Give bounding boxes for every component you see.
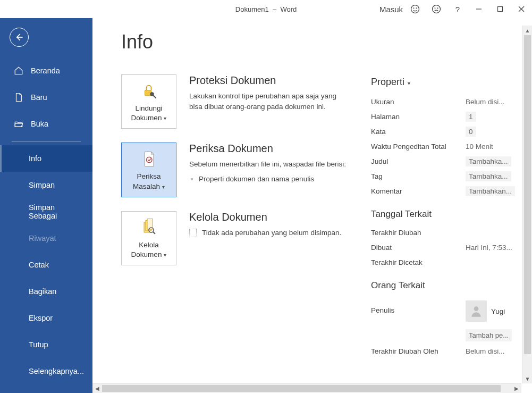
prop-tag: TagTambahka... xyxy=(371,169,521,183)
prop-title: JudulTambahka... xyxy=(371,154,521,169)
svg-point-0 xyxy=(411,5,419,13)
nav-more[interactable]: Selengkapnya... xyxy=(0,358,92,384)
svg-point-1 xyxy=(413,8,414,9)
nav-share[interactable]: Bagikan xyxy=(0,278,92,305)
svg-point-2 xyxy=(416,8,417,9)
scroll-right-icon[interactable]: ▶ xyxy=(512,384,521,393)
inspect-body: Sebelum menerbitkan file ini, waspadai f… xyxy=(189,159,350,170)
feedback-happy-icon[interactable] xyxy=(404,0,426,18)
scroll-up-icon[interactable]: ▲ xyxy=(523,26,532,35)
avatar xyxy=(466,300,487,322)
people-heading: Orang Terkait xyxy=(371,280,521,291)
help-icon[interactable]: ? xyxy=(447,0,468,18)
properties-panel: Properti UkuranBelum disi... Halaman1 Ka… xyxy=(371,74,521,358)
backstage-sidebar: Beranda Baru Buka Info Simpan Simpan Seb… xyxy=(0,18,92,393)
scroll-left-icon[interactable]: ◀ xyxy=(92,384,102,393)
inspect-item: Properti dokumen dan nama penulis xyxy=(199,174,350,185)
protect-document-button[interactable]: Lindungi Dokumen xyxy=(121,74,176,129)
scroll-thumb[interactable] xyxy=(102,385,501,392)
scroll-down-icon[interactable]: ▼ xyxy=(523,374,532,383)
nav-home[interactable]: Beranda xyxy=(0,57,92,84)
documents-search-icon xyxy=(139,218,158,237)
inspect-section: Periksa Masalah Periksa Dokumen Sebelum … xyxy=(121,143,350,197)
nav-save-as[interactable]: Simpan Sebagai xyxy=(0,198,92,225)
svg-point-5 xyxy=(437,8,438,9)
prop-pages: Halaman1 xyxy=(371,109,521,124)
protect-section: Lindungi Dokumen Proteksi Dokumen Lakuka… xyxy=(121,74,350,129)
back-button[interactable] xyxy=(10,28,29,47)
lock-key-icon xyxy=(139,81,158,101)
svg-point-3 xyxy=(433,5,441,13)
check-issues-button[interactable]: Periksa Masalah xyxy=(121,143,176,197)
nav-separator xyxy=(12,141,81,142)
new-doc-icon xyxy=(14,93,23,102)
protect-body: Lakukan kontrol tipe perubahan apa saja … xyxy=(189,91,350,112)
nav-label: Baru xyxy=(31,93,47,102)
manage-document-button[interactable]: Kelola Dokumen xyxy=(121,211,176,265)
minimize-button[interactable] xyxy=(468,0,489,18)
nav-history: Riwayat xyxy=(0,225,92,252)
close-button[interactable] xyxy=(511,0,532,18)
svg-point-15 xyxy=(474,306,479,311)
dates-heading: Tanggal Terkait xyxy=(371,209,521,220)
svg-rect-7 xyxy=(498,7,503,12)
prop-last-modified-by: Terakhir Diubah OlehBelum disi... xyxy=(371,344,521,358)
prop-edit-time: Waktu Pengeditan Total10 Menit xyxy=(371,139,521,154)
nav-label: Buka xyxy=(31,120,48,128)
signin-link[interactable]: Masuk xyxy=(383,0,404,18)
horizontal-scrollbar[interactable]: ◀ ▶ xyxy=(92,383,521,393)
manage-section: Kelola Dokumen Kelola Dokumen Tidak ada … xyxy=(121,211,350,265)
prop-size: UkuranBelum disi... xyxy=(371,94,521,109)
nav-close[interactable]: Tutup xyxy=(0,331,92,358)
nav-label: Beranda xyxy=(31,66,60,75)
prop-last-printed: Terakhir Dicetak xyxy=(371,255,521,270)
svg-point-4 xyxy=(435,8,435,9)
nav-open[interactable]: Buka xyxy=(0,111,92,137)
page-title: Info xyxy=(121,31,521,53)
nav-info[interactable]: Info xyxy=(0,145,92,172)
nav-print[interactable]: Cetak xyxy=(0,252,92,278)
maximize-button[interactable] xyxy=(489,0,511,18)
prop-author: Penulis Yugi xyxy=(371,296,521,324)
add-author-field[interactable]: Tambah pe... xyxy=(466,329,512,341)
home-icon xyxy=(14,66,23,76)
properties-heading[interactable]: Properti xyxy=(371,77,521,88)
title-bar: Dokumen1 – Word Masuk ? xyxy=(0,0,532,18)
folder-open-icon xyxy=(14,119,23,129)
feedback-sad-icon[interactable] xyxy=(426,0,447,18)
main-panel: Info Lindungi Dokumen xyxy=(92,18,532,393)
prop-add-author: Tambah pe... xyxy=(371,324,521,344)
vertical-scrollbar[interactable]: ▲ ▼ xyxy=(522,26,532,383)
nav-new[interactable]: Baru xyxy=(0,84,92,111)
document-check-icon xyxy=(139,149,158,169)
nav-export[interactable]: Ekspor xyxy=(0,305,92,331)
author-name[interactable]: Yugi xyxy=(491,307,505,315)
document-icon xyxy=(189,229,197,237)
prop-created: DibuatHari Ini, 7:53... xyxy=(371,240,521,255)
scroll-thumb[interactable] xyxy=(524,35,531,354)
prop-last-modified: Terakhir Diubah xyxy=(371,225,521,240)
manage-body: Tidak ada perubahan yang belum disimpan. xyxy=(202,228,341,238)
manage-heading: Kelola Dokumen xyxy=(189,211,350,223)
inspect-heading: Periksa Dokumen xyxy=(189,143,350,155)
prop-words: Kata0 xyxy=(371,124,521,139)
protect-heading: Proteksi Dokumen xyxy=(189,74,350,87)
prop-comment: KomentarTambahkan... xyxy=(371,183,521,198)
nav-save[interactable]: Simpan xyxy=(0,172,92,198)
